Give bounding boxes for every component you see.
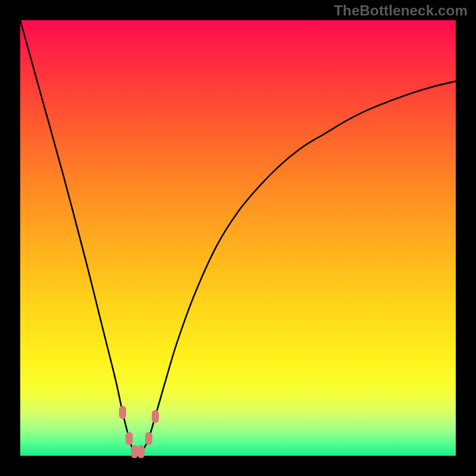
chart-frame: TheBottleneck.com xyxy=(0,0,476,476)
min-marker xyxy=(152,410,159,423)
attribution-label: TheBottleneck.com xyxy=(334,2,468,19)
plot-area xyxy=(20,20,456,456)
min-marker xyxy=(145,432,152,445)
min-marker xyxy=(126,432,133,445)
bottleneck-curve xyxy=(20,20,456,456)
min-marker xyxy=(137,445,145,458)
min-marker xyxy=(131,445,138,458)
min-marker xyxy=(119,406,126,419)
